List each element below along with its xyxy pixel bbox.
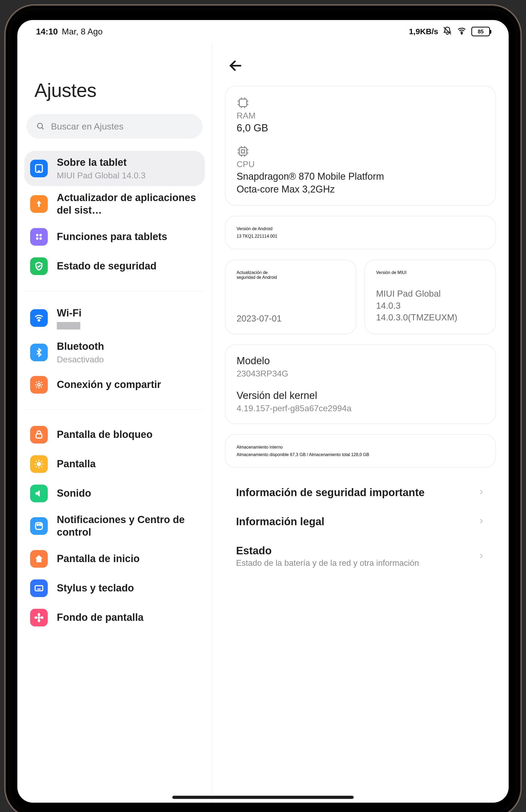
svg-point-30 (37, 616, 40, 619)
settings-sidebar: Ajustes Buscar en Ajustes Sobre la table… (17, 43, 212, 803)
speaker-icon (30, 484, 48, 502)
svg-line-20 (41, 461, 42, 462)
android-version-title: Versión de Android (237, 227, 484, 231)
kernel-value: 4.19.157-perf-g85a67ce2994a (237, 404, 484, 414)
link-sub: Estado de la batería y de la red y otra … (236, 558, 472, 568)
wifi-icon (456, 26, 467, 38)
sidebar-item-notifications[interactable]: Notificaciones y Centro de control (24, 508, 205, 544)
link-status[interactable]: Estado Estado de la batería y de la red … (236, 536, 485, 577)
link-label: Información legal (236, 516, 472, 527)
bluetooth-icon (30, 344, 48, 361)
sidebar-item-label: Pantalla de bloqueo (57, 428, 153, 441)
ram-label: RAM (237, 111, 484, 121)
svg-point-2 (37, 124, 42, 128)
search-icon (36, 122, 45, 131)
miui-line-3: 14.0.3.0(TMZEUXM) (376, 311, 484, 324)
link-security-info[interactable]: Información de seguridad importante (236, 478, 485, 507)
svg-point-23 (37, 524, 39, 525)
cpu-value-2: Octa-core Max 3,2GHz (237, 184, 484, 195)
arrow-up-icon (30, 195, 48, 213)
svg-point-8 (36, 237, 39, 240)
svg-line-21 (36, 466, 36, 467)
sidebar-item-label: Fondo de pantalla (57, 611, 144, 624)
sidebar-item-label: Sobre la tablet (57, 156, 146, 169)
sidebar-item-wallpaper[interactable]: Fondo de pantalla (24, 603, 205, 632)
status-clock: 14:10 (36, 27, 58, 36)
shield-check-icon (30, 257, 48, 275)
sidebar-item-bluetooth[interactable]: Bluetooth Desactivado (24, 335, 205, 370)
svg-line-3 (42, 128, 44, 129)
svg-point-7 (40, 234, 42, 236)
back-button[interactable] (228, 58, 244, 74)
card-security-update[interactable]: Actualización de seguridad de Android 20… (225, 260, 356, 334)
sidebar-item-label: Notificaciones y Centro de control (57, 513, 198, 539)
card-model-kernel[interactable]: Modelo 23043RP34G Versión del kernel 4.1… (225, 345, 496, 424)
sidebar-item-label: Pantalla de inicio (57, 552, 139, 565)
sidebar-item-sub: MIUI Pad Global 14.0.3 (57, 170, 146, 181)
status-bar: 14:10 Mar, 8 Ago 1,9KB/s 85 (17, 20, 509, 43)
card-storage[interactable]: Almacenamiento interno Almacenamiento di… (225, 434, 496, 468)
home-icon (30, 550, 48, 568)
security-update-title-2: seguridad de Android (237, 275, 345, 280)
ram-value: 6,0 GB (237, 122, 484, 134)
svg-line-19 (41, 466, 42, 467)
tablet-icon (30, 160, 48, 177)
chevron-right-icon (478, 518, 485, 526)
model-title: Modelo (237, 355, 484, 367)
cpu-label: CPU (237, 159, 484, 169)
svg-point-6 (36, 234, 39, 236)
link-legal-info[interactable]: Información legal (236, 507, 485, 536)
search-input[interactable]: Buscar en Ajustes (26, 114, 203, 139)
card-specs[interactable]: RAM 6,0 GB CPU Snapdragon® 870 Mobile Pl… (225, 86, 496, 206)
svg-rect-46 (241, 150, 245, 153)
status-date: Mar, 8 Ago (62, 27, 103, 36)
android-version-value: 13 TKQ1.221114.001 (237, 234, 484, 239)
miui-line-1: MIUI Pad Global (376, 288, 484, 300)
card-android-version[interactable]: Versión de Android 13 TKQ1.221114.001 (225, 216, 496, 249)
sidebar-item-tablet-functions[interactable]: Funciones para tablets (24, 222, 205, 251)
card-miui-version[interactable]: Versión de MIUI MIUI Pad Global 14.0.3 1… (364, 260, 496, 334)
svg-rect-24 (40, 524, 42, 525)
sidebar-item-label: Wi-Fi (57, 307, 81, 320)
arrow-left-icon (228, 58, 243, 73)
security-update-title-1: Actualización de (237, 270, 345, 275)
control-center-icon (30, 517, 48, 535)
share-icon (30, 376, 48, 394)
svg-point-33 (34, 616, 38, 619)
link-label: Estado (236, 545, 472, 557)
nav-handle[interactable] (172, 796, 354, 799)
miui-title: Versión de MIUI (376, 270, 484, 275)
sidebar-item-home-screen[interactable]: Pantalla de inicio (24, 544, 205, 574)
sidebar-item-label: Pantalla (57, 458, 96, 470)
search-placeholder: Buscar en Ajustes (51, 121, 123, 132)
security-update-value: 2023-07-01 (237, 314, 345, 324)
svg-point-9 (40, 237, 42, 240)
status-net-speed: 1,9KB/s (409, 27, 438, 36)
sidebar-item-connection-share[interactable]: Conexión y compartir (24, 370, 205, 400)
sidebar-item-label: Actualizador de aplicaciones del sist… (57, 191, 198, 217)
sidebar-item-system-updater[interactable]: Actualizador de aplicaciones del sist… (24, 186, 205, 222)
chevron-right-icon (478, 552, 485, 561)
sidebar-item-sound[interactable]: Sonido (24, 479, 205, 508)
flower-icon (30, 609, 48, 626)
sidebar-item-display[interactable]: Pantalla (24, 449, 205, 479)
storage-sub: Almacenamiento disponible 67,3 GB / Alma… (237, 452, 484, 457)
svg-point-10 (38, 320, 40, 321)
svg-rect-22 (35, 523, 42, 529)
sidebar-item-wifi[interactable]: Wi-Fi (24, 302, 205, 335)
ram-icon (237, 97, 250, 109)
sidebar-item-sub: Desactivado (57, 354, 104, 365)
sidebar-item-stylus-keyboard[interactable]: Stylus y teclado (24, 574, 205, 603)
sidebar-item-about-tablet[interactable]: Sobre la tablet MIUI Pad Global 14.0.3 (24, 151, 205, 186)
sidebar-item-label: Funciones para tablets (57, 230, 167, 243)
sidebar-item-security-status[interactable]: Estado de seguridad (24, 251, 205, 281)
svg-point-13 (37, 462, 41, 466)
wifi-icon (30, 309, 48, 327)
page-title: Ajustes (24, 43, 205, 114)
storage-title: Almacenamiento interno (237, 445, 484, 450)
brightness-icon (30, 455, 48, 473)
svg-point-11 (37, 383, 40, 386)
svg-point-32 (37, 619, 40, 622)
svg-rect-25 (35, 585, 43, 591)
sidebar-item-lockscreen[interactable]: Pantalla de bloqueo (24, 420, 205, 449)
